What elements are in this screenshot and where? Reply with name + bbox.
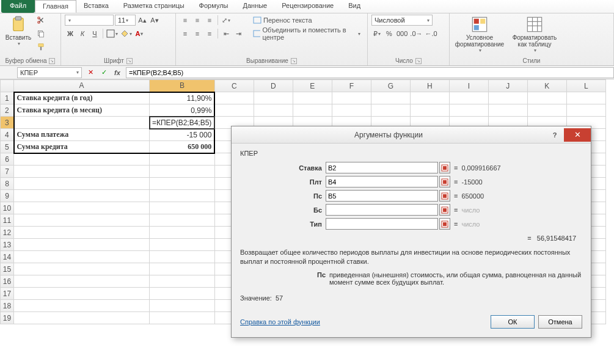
arg-ref-button-0[interactable]	[439, 162, 450, 173]
col-header-a[interactable]: A	[14, 80, 150, 92]
formula-bar-input[interactable]	[126, 67, 614, 78]
cancel-formula-button[interactable]: ✕	[86, 68, 95, 78]
currency-button[interactable]: ₽▾	[371, 28, 382, 39]
number-format-combo[interactable]: Числовой▾	[371, 15, 433, 26]
arg-input-2[interactable]	[326, 190, 438, 202]
arg-ref-button-4[interactable]	[439, 218, 450, 230]
enter-formula-button[interactable]: ✓	[99, 68, 109, 78]
col-header-e[interactable]: E	[293, 80, 332, 92]
clipboard-launcher[interactable]: ↘	[49, 58, 55, 64]
tab-formulas[interactable]: Формулы	[192, 0, 236, 13]
align-top-button[interactable]: ≡	[180, 15, 191, 26]
col-header-h[interactable]: H	[410, 80, 449, 92]
cell-c1[interactable]	[214, 92, 254, 104]
row-header-3[interactable]: 3	[1, 117, 14, 129]
format-painter-button[interactable]	[35, 42, 46, 53]
align-bottom-button[interactable]: ≡	[204, 15, 215, 26]
cell-b1[interactable]: 11,90%	[150, 92, 215, 104]
arg-input-0[interactable]	[326, 162, 438, 173]
font-launcher[interactable]: ↘	[126, 58, 133, 64]
cell-a3[interactable]	[14, 117, 150, 129]
dialog-help-link[interactable]: Справка по этой функции	[240, 318, 320, 326]
tab-review[interactable]: Рецензирование	[274, 0, 341, 13]
arg-input-4[interactable]	[326, 218, 438, 230]
tab-data[interactable]: Данные	[235, 0, 274, 13]
cut-button[interactable]	[35, 15, 46, 26]
arg-ref-button-3[interactable]	[439, 204, 450, 216]
format-as-table-button[interactable]: Форматировать как таблицу▾	[508, 15, 561, 53]
arg-input-3[interactable]	[326, 204, 438, 216]
arg-ref-button-1[interactable]	[439, 176, 450, 187]
dialog-cancel-button[interactable]: Отмена	[538, 315, 582, 329]
font-color-button[interactable]: A▾	[134, 28, 145, 39]
row-header-4[interactable]: 4	[1, 129, 14, 141]
orientation-button[interactable]: ⤢▾	[221, 15, 232, 26]
alignment-group-label: Выравнивание	[246, 57, 288, 64]
dialog-close-button[interactable]: ✕	[564, 128, 591, 142]
fill-color-button[interactable]: ▾	[120, 28, 133, 39]
tab-page-layout[interactable]: Разметка страницы	[116, 0, 192, 13]
alignment-launcher[interactable]: ↘	[291, 58, 297, 64]
select-all-corner[interactable]	[1, 80, 14, 92]
cell-a1[interactable]: Ставка кредита (в год)	[14, 92, 150, 104]
font-size-combo[interactable]: 11▾	[115, 15, 136, 26]
cell-b5[interactable]: 650 000	[150, 141, 215, 153]
align-left-button[interactable]: ≡	[180, 28, 191, 39]
fx-button[interactable]: fx	[112, 68, 122, 78]
grow-font-button[interactable]: A▴	[137, 15, 148, 26]
col-header-k[interactable]: K	[527, 80, 566, 92]
paste-button[interactable]: Вставить ▾	[4, 15, 33, 46]
row-header-2[interactable]: 2	[1, 104, 14, 117]
name-box[interactable]: КПЕР▾	[17, 67, 82, 78]
arg-label-1: Плт	[240, 178, 326, 186]
row-header-1[interactable]: 1	[1, 92, 14, 104]
cell-b2[interactable]: 0,99%	[150, 104, 215, 117]
dialog-titlebar[interactable]: Аргументы функции ? ✕	[232, 126, 591, 144]
arg-ref-button-2[interactable]	[439, 190, 450, 202]
cell-a4[interactable]: Сумма платежа	[14, 129, 150, 141]
bold-button[interactable]: Ж	[65, 28, 76, 39]
dialog-help-button[interactable]: ?	[546, 128, 564, 142]
dialog-ok-button[interactable]: ОК	[491, 315, 535, 329]
col-header-j[interactable]: J	[488, 80, 527, 92]
col-header-c[interactable]: C	[214, 80, 254, 92]
arg-input-1[interactable]	[326, 176, 438, 187]
underline-button[interactable]: Ч	[89, 28, 100, 39]
svg-rect-9	[254, 17, 261, 23]
cell-b3[interactable]: =КПЕР(B2;B4;B5)	[150, 117, 215, 129]
shrink-font-button[interactable]: A▾	[149, 15, 160, 26]
cell-b4[interactable]: -15 000	[150, 129, 215, 141]
increase-indent-button[interactable]: ⇥	[233, 28, 244, 39]
align-center-button[interactable]: ≡	[192, 28, 203, 39]
file-tab[interactable]: Файл	[1, 0, 35, 13]
decrease-decimal-button[interactable]: ←.0	[425, 28, 438, 39]
align-right-button[interactable]: ≡	[204, 28, 215, 39]
tab-insert[interactable]: Вставка	[76, 0, 116, 13]
copy-button[interactable]	[35, 28, 46, 39]
conditional-formatting-button[interactable]: Условное форматирование▾	[453, 15, 506, 53]
number-launcher[interactable]: ↘	[415, 58, 422, 64]
italic-button[interactable]: К	[77, 28, 88, 39]
col-header-g[interactable]: G	[371, 80, 410, 92]
col-header-i[interactable]: I	[449, 80, 488, 92]
col-header-d[interactable]: D	[254, 80, 293, 92]
comma-button[interactable]: 000	[396, 28, 408, 39]
align-middle-button[interactable]: ≡	[192, 15, 203, 26]
cell-a2[interactable]: Ставка кредита (в месяц)	[14, 104, 150, 117]
cell-a5[interactable]: Сумма кредита	[14, 141, 150, 153]
tab-home[interactable]: Главная	[35, 0, 76, 13]
wrap-text-button[interactable]: Перенос текста	[250, 15, 315, 26]
dialog-argdesc-text: приведенная (нынешняя) стоимость, или об…	[329, 271, 582, 286]
tab-view[interactable]: Вид	[341, 0, 368, 13]
col-header-l[interactable]: L	[566, 80, 605, 92]
col-header-b[interactable]: B	[150, 80, 215, 92]
font-name-combo[interactable]: ▾	[65, 15, 114, 26]
merge-center-button[interactable]: Объединить и поместить в центре▾	[250, 28, 364, 39]
row-header-5[interactable]: 5	[1, 141, 14, 153]
increase-decimal-button[interactable]: .0→	[409, 28, 423, 39]
col-header-f[interactable]: F	[332, 80, 371, 92]
percent-button[interactable]: %	[384, 28, 395, 39]
svg-rect-25	[443, 194, 447, 198]
decrease-indent-button[interactable]: ⇤	[221, 28, 232, 39]
border-button[interactable]: ▾	[106, 28, 119, 39]
